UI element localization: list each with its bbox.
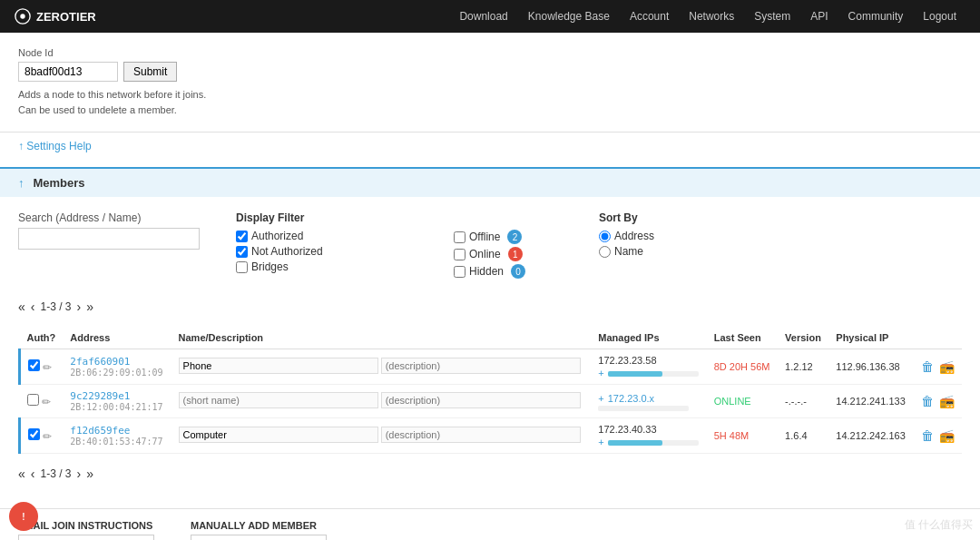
col-name: Name/Description (172, 327, 592, 349)
nav-logout[interactable]: Logout (914, 0, 965, 33)
pagination-label: 1-3 / 3 (40, 300, 71, 313)
node-id-label: Node Id (18, 47, 962, 58)
physical-ip-cell-2: 14.212.241.133 (828, 385, 913, 418)
email-section: EMAIL JOIN INSTRUCTIONS (18, 520, 154, 540)
filter-authorized-checkbox[interactable] (236, 231, 248, 242)
filter-online-label: Online (469, 248, 501, 260)
next-next-button-bottom[interactable]: » (86, 466, 93, 481)
col-actions (914, 327, 963, 349)
filter-offline-label: Offline (469, 231, 500, 243)
filter-offline-checkbox[interactable] (454, 231, 466, 243)
delete-icon-1[interactable]: 🗑 (921, 359, 934, 374)
auth-checkbox-1[interactable] (28, 359, 40, 371)
ip-3: 172.23.40.33 (598, 424, 699, 435)
address-main-1[interactable]: 2faf660901 (70, 356, 163, 368)
desc-input-3[interactable] (381, 427, 581, 443)
ip-add-icon-3[interactable]: + (598, 437, 603, 447)
address-main-2[interactable]: 9c229289e1 (70, 390, 163, 402)
ip-1: 172.23.23.58 (598, 355, 699, 366)
filter-online-checkbox[interactable] (454, 249, 466, 260)
email-input[interactable] (18, 535, 154, 540)
nav-community[interactable]: Community (839, 0, 913, 33)
desc-input-1[interactable] (381, 358, 581, 374)
version-3: 1.6.4 (785, 430, 807, 441)
ip-add-icon-2[interactable]: + (598, 393, 603, 404)
name-cell-1 (172, 349, 592, 385)
filter-bridges-checkbox[interactable] (236, 261, 248, 273)
filter-hidden-checkbox[interactable] (454, 266, 466, 278)
filter-bridges-label: Bridges (251, 260, 289, 273)
desc-input-2[interactable] (381, 392, 581, 408)
delete-icon-3[interactable]: 🗑 (921, 428, 934, 443)
sort-name-radio[interactable] (599, 246, 611, 258)
last-seen-cell-3: 5H 48M (707, 418, 778, 454)
next-button-bottom[interactable]: › (77, 466, 82, 481)
col-address: Address (63, 327, 171, 349)
auth-checkbox-3[interactable] (28, 428, 40, 440)
search-input[interactable] (18, 228, 200, 250)
address-main-3[interactable]: f12d659fee (70, 425, 163, 437)
submit-button[interactable]: Submit (123, 62, 177, 82)
display-filter: Display Filter Authorized Not Authorized… (236, 211, 417, 276)
sort-name-label: Name (614, 245, 643, 258)
name-cell-2 (172, 385, 592, 418)
nav-download[interactable]: Download (450, 0, 516, 33)
sort-address-radio[interactable] (599, 231, 611, 242)
ip-bar-fill-1 (608, 371, 662, 377)
filter-not-authorized: Not Authorized (236, 245, 417, 258)
logo-icon (15, 8, 31, 25)
node-id-input[interactable] (18, 62, 118, 82)
prev-button[interactable]: ‹ (31, 299, 35, 314)
prev-prev-button-bottom[interactable]: « (18, 466, 25, 481)
nav-api[interactable]: API (801, 0, 837, 33)
col-version: Version (778, 327, 828, 349)
action-icons-1: 🗑 📻 (921, 359, 956, 374)
nav-account[interactable]: Account (621, 0, 678, 33)
actions-cell-3: 🗑 📻 (914, 418, 963, 454)
logo: ZEROTIER (15, 8, 96, 25)
filter-offline: Offline 2 (454, 230, 563, 244)
filter-hidden: Hidden 0 (454, 264, 563, 279)
nav-knowledge-base[interactable]: Knowledge Base (519, 0, 619, 33)
prev-prev-button[interactable]: « (18, 299, 25, 314)
sort-section: Sort By Address Name (599, 211, 744, 260)
next-next-button[interactable]: » (86, 299, 93, 314)
next-button[interactable]: › (77, 299, 82, 314)
name-input-1[interactable] (179, 358, 378, 374)
managed-ips-cell-2: + 172.23.0.x (591, 385, 706, 418)
auth-checkbox-2[interactable] (27, 394, 39, 406)
last-seen-1: 8D 20H 56M (714, 361, 770, 372)
notif-icon: ! (22, 512, 24, 522)
display-filter-title: Display Filter (236, 211, 417, 224)
settings-icon-3[interactable]: 📻 (939, 428, 955, 443)
sort-title: Sort By (599, 211, 744, 224)
ip-add-icon-1[interactable]: + (598, 368, 603, 378)
name-input-2[interactable] (179, 392, 378, 408)
notification-bubble[interactable]: ! (9, 502, 38, 531)
auth-cell-2: ✏ (20, 385, 64, 418)
node-id-help-line1: Adds a node to this network before it jo… (18, 87, 962, 103)
col-physical-ip: Physical IP (828, 327, 913, 349)
col-auth: Auth? (20, 327, 64, 349)
online-badge: 1 (508, 247, 523, 261)
settings-help[interactable]: Settings Help (0, 133, 980, 167)
settings-icon-1[interactable]: 📻 (939, 359, 955, 374)
edit-icon-1[interactable]: ✏ (43, 361, 52, 374)
ip-2-label: 172.23.0.x (608, 393, 654, 404)
edit-icon-2[interactable]: ✏ (42, 396, 51, 408)
delete-icon-2[interactable]: 🗑 (921, 394, 934, 408)
search-label: Search (Address / Name) (18, 211, 200, 224)
manual-add-input[interactable] (191, 535, 327, 540)
manual-add-section: MANUALLY ADD MEMBER (191, 520, 327, 540)
name-input-3[interactable] (179, 427, 378, 443)
settings-icon-2[interactable]: 📻 (939, 394, 955, 408)
edit-icon-3[interactable]: ✏ (43, 430, 52, 443)
filter-not-authorized-checkbox[interactable] (236, 246, 248, 258)
nav-system[interactable]: System (745, 0, 799, 33)
table-row: ✏ 9c229289e1 2B:12:00:04:21:17 + 172.23.… (20, 385, 963, 418)
address-sub-1: 2B:06:29:09:01:09 (70, 368, 163, 378)
prev-button-bottom[interactable]: ‹ (31, 466, 35, 481)
pagination-top: « ‹ 1-3 / 3 › » (18, 296, 962, 318)
nav-networks[interactable]: Networks (680, 0, 743, 33)
top-navigation: ZEROTIER Download Knowledge Base Account… (0, 0, 980, 33)
